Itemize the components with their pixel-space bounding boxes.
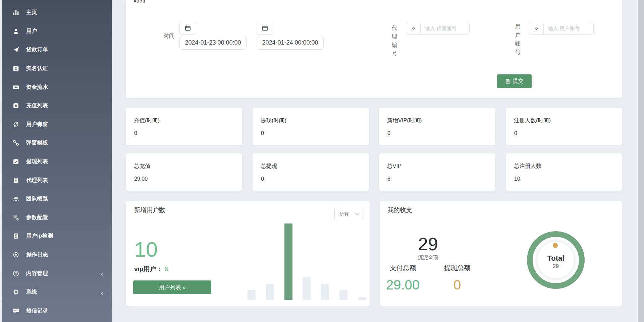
sidebar-item-funds-flow[interactable]: 资金流水 (2, 78, 112, 96)
date-to-calendar-button[interactable] (257, 23, 273, 35)
sidebar-item-popup-template[interactable]: 弹窗模板 (2, 134, 112, 152)
stat-card-total-register: 总注册人数 10 (506, 153, 622, 191)
sidebar-item-real-name-auth[interactable]: 实名认证 (2, 59, 112, 78)
stat-card-total-vip: 总VIP 6 (379, 153, 495, 191)
income-title: 我的收支 (387, 206, 412, 214)
stat-value: 0 (261, 176, 264, 182)
calendar-icon (262, 25, 268, 33)
date-from-input[interactable]: 2024-01-23 00:00:00 (179, 36, 247, 50)
user-icon (12, 28, 19, 35)
sidebar-item-operation-log[interactable]: 操作日志 (2, 246, 112, 264)
id-badge-icon (12, 233, 19, 240)
stat-card-total-recharge: 总充值 29.00 (126, 153, 242, 191)
chevron-left-icon (100, 291, 104, 294)
stat-value: 0 (514, 130, 517, 136)
user-account-field[interactable]: 输入 用户账号 (529, 23, 594, 35)
sidebar-item-sms-records[interactable]: 短信记录 (2, 302, 112, 320)
banknote-icon (12, 84, 19, 91)
sidebar-item-system[interactable]: 系统 (2, 283, 112, 302)
sidebar-item-agent-list[interactable]: 代理列表 (2, 171, 112, 190)
sidebar-item-label: 内容管理 (26, 270, 48, 277)
stat-title: 总提现 (261, 163, 277, 170)
refresh-icon (12, 121, 19, 128)
id-badge-icon (12, 177, 19, 184)
stat-value: 0 (261, 130, 264, 136)
svg-text:?: ? (15, 271, 17, 275)
stat-title: 提现(时间) (261, 117, 286, 124)
save-icon (505, 79, 511, 84)
user-account-label: 用户账号 (514, 22, 522, 56)
agent-number-input[interactable]: 输入 代理编号 (421, 25, 469, 32)
sidebar-item-label: 系统 (26, 288, 37, 296)
sidebar-item-label: 短信记录 (26, 307, 48, 314)
time-label: 时间 (149, 32, 175, 40)
stat-value: 6 (387, 176, 390, 182)
pay-total-value: 29.00 (383, 277, 423, 293)
bar-item (339, 290, 347, 300)
withdraw-total-label: 提现总额 (440, 263, 474, 272)
stat-title: 充值(时间) (134, 117, 160, 124)
agent-number-label: 代理编号 (391, 24, 398, 58)
sidebar-item-label: 用户ip检测 (26, 233, 53, 240)
sidebar-item-label: 贷款订单 (26, 46, 48, 53)
stat-title: 总VIP (387, 163, 401, 170)
stat-value: 0 (134, 130, 137, 136)
stat-value: 0 (387, 130, 390, 136)
team-icon (12, 195, 19, 202)
sidebar-item-recharge-list[interactable]: 充值列表 (2, 96, 112, 115)
pay-total-label: 支付总额 (386, 263, 420, 272)
dashboard-page: 主页用户贷款订单实名认证资金流水充值列表用户弹窗弹窗模板提现列表代理列表团队概览… (0, 0, 644, 322)
pencil-icon (406, 23, 421, 34)
gear-icon (12, 288, 19, 296)
deposit-caption: 沉淀金额 (410, 254, 446, 261)
stat-value: 29.00 (134, 176, 148, 182)
donut-center-value: 29 (539, 263, 573, 269)
filter-form-card: 时间 时间 2024-01-23 00:00:00 2024-01-24 00:… (126, 0, 622, 98)
sidebar-item-param-config[interactable]: 参数配置 (2, 208, 112, 227)
sidebar-item-label: 实名认证 (26, 65, 48, 72)
square-a-icon (12, 102, 19, 109)
stat-title: 注册人数(时间) (514, 117, 551, 124)
bar-item (321, 284, 329, 300)
sidebar-item-label: 资金流水 (26, 84, 48, 91)
sidebar-item-user-popup[interactable]: 用户弹窗 (2, 115, 112, 134)
date-from-calendar-button[interactable] (179, 23, 196, 35)
check-square-icon (12, 158, 19, 165)
sidebar-item-team-overview[interactable]: 团队概览 (2, 190, 112, 208)
calendar-icon (184, 25, 191, 33)
target-icon (12, 251, 19, 258)
form-header: 时间 (134, 0, 145, 4)
bar-item (248, 290, 256, 300)
deposit-total: 29 (410, 234, 446, 254)
sidebar-item-content-management[interactable]: ?内容管理 (2, 264, 112, 283)
stat-card-total-withdraw: 总提现 0 (253, 153, 369, 191)
stat-title: 新增VIP(时间) (387, 117, 422, 124)
stat-card-recharge-time: 充值(时间) 0 (126, 108, 242, 145)
new-users-bar-chart (126, 201, 370, 306)
sidebar-item-home[interactable]: 主页 (2, 3, 112, 22)
sidebar-item-user-ip-check[interactable]: 用户ip检测 (2, 227, 112, 246)
id-card-icon (12, 65, 19, 72)
sidebar-item-label: 提现列表 (26, 158, 48, 165)
user-account-input[interactable]: 输入 用户账号 (544, 25, 593, 32)
stat-card-withdraw-time: 提现(时间) 0 (253, 108, 369, 145)
new-users-card: 新增用户数 所有 10 vip用户：6 用户列表 » (126, 201, 370, 306)
income-card: 我的收支 29 沉淀金额 支付总额 提现总额 29.00 0 Total 29 (380, 201, 622, 306)
comment-icon (12, 307, 19, 314)
sidebar-item-loan-orders[interactable]: 贷款订单 (2, 41, 112, 59)
sidebar-item-label: 用户弹窗 (26, 121, 48, 128)
agent-number-field[interactable]: 输入 代理编号 (406, 23, 470, 35)
bar-highlight (284, 223, 292, 300)
date-to-input[interactable]: 2024-01-24 00:00:00 (257, 36, 324, 50)
chevron-left-icon (100, 272, 104, 275)
sidebar-item-withdraw-list[interactable]: 提现列表 (2, 152, 112, 171)
stat-value: 10 (514, 176, 520, 182)
submit-button[interactable]: 提交 (497, 74, 532, 88)
link-icon (12, 139, 19, 146)
sidebar-item-users[interactable]: 用户 (2, 22, 112, 41)
sidebar-item-label: 主页 (26, 9, 37, 16)
sidebar-item-label: 团队概览 (26, 195, 48, 202)
withdraw-total-value: 0 (437, 277, 477, 293)
scrollbar-thumb[interactable] (638, 0, 644, 322)
scrollbar-track[interactable] (636, 0, 644, 322)
